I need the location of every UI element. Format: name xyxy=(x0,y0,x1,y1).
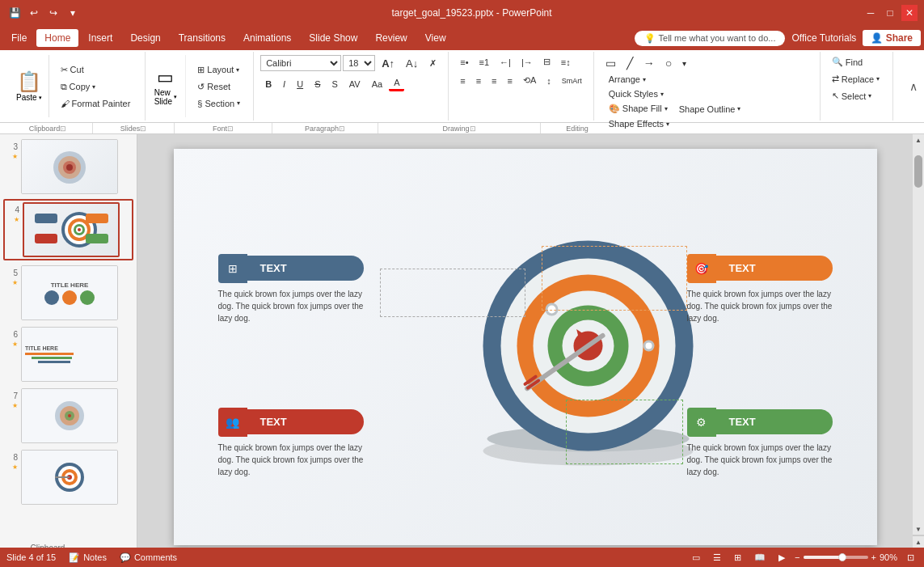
align-text-button[interactable]: ↕ xyxy=(542,74,556,87)
outline-view-button[interactable]: ☰ xyxy=(710,551,724,565)
menu-design[interactable]: Design xyxy=(122,29,168,47)
scroll-thumb[interactable] xyxy=(914,155,922,188)
maximize-button[interactable]: □ xyxy=(882,5,898,21)
slide-thumb-5[interactable]: 5 ★ TITLE HERE xyxy=(3,264,133,322)
editing-group: 🔍 Find ⇄ Replace ▾ ↖ Select ▾ xyxy=(821,52,893,121)
center-button[interactable]: ≡ xyxy=(471,74,486,87)
quick-styles-button[interactable]: Quick Styles ▾ xyxy=(604,87,669,100)
cut-button[interactable]: ✂ Cut xyxy=(56,63,136,77)
shape-more[interactable]: ▾ xyxy=(677,57,691,70)
menu-animations[interactable]: Animations xyxy=(235,29,299,47)
share-button[interactable]: 👤 Share xyxy=(863,30,921,46)
slide-thumb-3[interactable]: 3 ★ xyxy=(3,138,133,196)
align-right-button[interactable]: ≡ xyxy=(487,74,501,87)
font-color-button[interactable]: A xyxy=(389,76,404,91)
indent-less-button[interactable]: ←| xyxy=(495,56,516,69)
slide-thumb-8[interactable]: 8 ★ xyxy=(3,448,133,506)
menu-view[interactable]: View xyxy=(417,29,454,47)
fit-slide-button[interactable]: ⊡ xyxy=(904,551,918,565)
format-painter-button[interactable]: 🖌 Format Painter xyxy=(56,97,136,110)
shape-effects-button[interactable]: Shape Effects ▾ xyxy=(604,117,746,130)
save-icon[interactable]: 💾 xyxy=(6,5,23,21)
textbox-top-right[interactable]: 🎯 TEXT The quick brown fox jumps over th… xyxy=(687,254,833,324)
normal-view-button[interactable]: ▭ xyxy=(689,551,703,565)
clear-format-button[interactable]: ✗ xyxy=(424,57,441,70)
vertical-scrollbar[interactable]: ▲ ▼ ▲ ▼ xyxy=(913,134,924,559)
redo-icon[interactable]: ↪ xyxy=(45,5,61,21)
menu-transitions[interactable]: Transitions xyxy=(171,29,234,47)
scroll-prev-slide[interactable]: ▲ xyxy=(913,536,924,548)
menu-review[interactable]: Review xyxy=(367,29,415,47)
shadow-button[interactable]: S xyxy=(327,78,342,91)
comments-button[interactable]: 💬 Comments xyxy=(120,552,177,563)
office-tutorials-link[interactable]: Office Tutorials xyxy=(791,32,856,44)
text-direction-button[interactable]: ⟲A xyxy=(518,74,541,87)
align-left-button[interactable]: ≡ xyxy=(455,74,470,87)
underline-button[interactable]: U xyxy=(292,78,308,91)
textbox-bottom-left[interactable]: 👥 TEXT The quick brown fox jumps over th… xyxy=(218,408,364,478)
reset-button[interactable]: ↺ Reset xyxy=(192,80,245,94)
paste-button[interactable]: 📋 Paste ▾ xyxy=(10,55,49,117)
tell-me-input[interactable]: 💡 Tell me what you want to do... xyxy=(635,31,786,46)
new-slide-button[interactable]: ▭ New Slide ▾ xyxy=(150,55,186,117)
font-size-select[interactable]: 18 xyxy=(343,55,375,71)
italic-button[interactable]: I xyxy=(278,78,290,91)
zoom-slider[interactable] xyxy=(804,556,868,559)
paragraph-expand-icon[interactable]: ⊡ xyxy=(339,125,345,133)
shape-line[interactable]: ╱ xyxy=(622,55,638,71)
drawing-expand-icon[interactable]: ⊡ xyxy=(470,125,476,133)
columns-button[interactable]: ⊟ xyxy=(538,55,555,69)
font-name-select[interactable]: Calibri xyxy=(260,55,341,71)
convert-smartart-button[interactable]: SmArt xyxy=(557,75,587,87)
increase-font-button[interactable]: A↑ xyxy=(377,56,399,71)
char-spacing-button[interactable]: AV xyxy=(344,78,365,91)
menu-slideshow[interactable]: Slide Show xyxy=(301,29,365,47)
scroll-down-button[interactable]: ▼ xyxy=(913,523,924,535)
copy-button[interactable]: ⧉ Copy ▾ xyxy=(56,80,136,94)
line-spacing-button[interactable]: ≡↕ xyxy=(556,56,576,69)
bullets-button[interactable]: ≡• xyxy=(455,56,473,69)
close-button[interactable]: ✕ xyxy=(901,5,918,21)
arrange-button[interactable]: Arrange ▾ xyxy=(604,73,746,86)
ribbon-collapse-button[interactable]: ∧ xyxy=(909,52,921,121)
shape-oval[interactable]: ○ xyxy=(660,55,677,71)
menu-insert[interactable]: Insert xyxy=(80,29,120,47)
clipboard-expand-icon[interactable]: ⊡ xyxy=(60,125,66,133)
section-button[interactable]: § Section ▾ xyxy=(192,97,245,110)
zoom-out-button[interactable]: − xyxy=(795,552,800,562)
textbox-top-left[interactable]: ⊞ TEXT The quick brown fox jumps over th… xyxy=(218,254,364,324)
reading-view-button[interactable]: 📖 xyxy=(751,551,769,565)
slide-canvas[interactable]: ⊞ TEXT The quick brown fox jumps over th… xyxy=(174,149,877,545)
minimize-button[interactable]: ─ xyxy=(863,5,879,21)
slide-sorter-button[interactable]: ⊞ xyxy=(731,551,745,565)
char-case-button[interactable]: Aa xyxy=(367,78,387,91)
find-button[interactable]: 🔍 Find xyxy=(827,55,867,69)
decrease-font-button[interactable]: A↓ xyxy=(401,56,423,71)
scroll-up-button[interactable]: ▲ xyxy=(913,134,924,146)
numbered-button[interactable]: ≡1 xyxy=(475,56,495,69)
slide-thumb-6[interactable]: 6 ★ TITLE HERE xyxy=(3,325,133,383)
textbox-bottom-right[interactable]: ⚙ TEXT The quick brown fox jumps over th… xyxy=(687,408,833,478)
slideshow-view-button[interactable]: ▶ xyxy=(775,551,788,565)
shape-arrow[interactable]: → xyxy=(639,55,660,71)
select-button[interactable]: ↖ Select ▾ xyxy=(827,89,877,103)
slide-thumb-7[interactable]: 7 ★ xyxy=(3,387,133,445)
replace-button[interactable]: ⇄ Replace ▾ xyxy=(827,72,884,86)
bold-button[interactable]: B xyxy=(260,78,276,91)
menu-home[interactable]: Home xyxy=(36,29,78,47)
indent-more-button[interactable]: |→ xyxy=(517,56,538,69)
slides-expand-icon[interactable]: ⊡ xyxy=(140,125,146,133)
strikethrough-button[interactable]: S xyxy=(310,78,325,91)
undo-icon[interactable]: ↩ xyxy=(26,5,42,21)
zoom-in-button[interactable]: + xyxy=(871,552,876,562)
notes-button[interactable]: 📝 Notes xyxy=(69,552,107,563)
menu-file[interactable]: File xyxy=(3,29,35,47)
shape-rect[interactable]: ▭ xyxy=(601,55,621,71)
customize-icon[interactable]: ▾ xyxy=(65,5,81,21)
layout-button[interactable]: ⊞ Layout ▾ xyxy=(192,63,245,77)
font-expand-icon[interactable]: ⊡ xyxy=(227,125,234,133)
justify-button[interactable]: ≡ xyxy=(502,74,517,87)
slide-thumb-4[interactable]: 4 ★ xyxy=(3,199,133,260)
shape-fill-button[interactable]: 🎨 Shape Fill ▾ xyxy=(604,102,673,116)
shape-outline-button[interactable]: Shape Outline ▾ xyxy=(674,102,746,116)
